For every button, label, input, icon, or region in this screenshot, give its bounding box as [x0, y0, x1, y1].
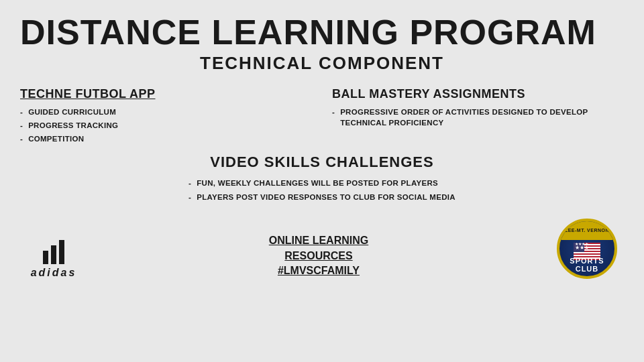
footer: adidas ONLINE LEARNING RESOURCES #lmvscf… — [20, 219, 624, 279]
techne-section: TECHNE FUTBOL APP GUIDED CURRICULUM PROG… — [20, 87, 312, 147]
svg-rect-5 — [574, 255, 600, 256]
techne-title: TECHNE FUTBOL APP — [20, 87, 312, 101]
svg-text:★★★★: ★★★★ — [575, 243, 588, 246]
club-logo-circle: Lee-Mt. Vernon ★★★ — [557, 219, 617, 279]
list-item: PROGRESS TRACKING — [20, 120, 312, 131]
list-item: PROGRESSIVE ORDER OF ACTIVITIES DESIGNED… — [332, 107, 624, 128]
video-bullets: FUN, WEEKLY CHALLENGES WILL BE POSTED FO… — [189, 178, 455, 204]
club-logo-top-text: Lee-Mt. Vernon — [564, 227, 610, 235]
adidas-logo: adidas — [27, 245, 80, 279]
video-title: VIDEO SKILLS CHALLENGES — [20, 154, 624, 171]
list-item: FUN, WEEKLY CHALLENGES WILL BE POSTED FO… — [189, 178, 455, 188]
club-logo-bottom: SPORTS CLUB — [559, 257, 614, 273]
hashtag: #lmvscfamily — [269, 263, 368, 278]
svg-rect-4 — [574, 252, 600, 253]
adidas-text: adidas — [31, 267, 77, 279]
club-logo-sc-text: SPORTS CLUB — [559, 257, 614, 273]
stripe-2 — [51, 245, 56, 264]
ball-mastery-title: BALL MASTERY ASSIGNMENTS — [332, 87, 624, 101]
list-item: GUIDED CURRICULUM — [20, 107, 312, 117]
list-item: COMPETITION — [20, 133, 312, 144]
club-logo-top: Lee-Mt. Vernon — [559, 221, 614, 241]
sub-title: TECHNICAL COMPONENT — [20, 53, 624, 74]
online-learning: ONLINE LEARNING RESOURCES #lmvscfamily — [269, 233, 368, 278]
online-learning-line1: ONLINE LEARNING — [269, 233, 368, 248]
ball-mastery-section: BALL MASTERY ASSIGNMENTS PROGRESSIVE ORD… — [332, 87, 624, 147]
adidas-stripes — [43, 240, 64, 264]
ball-mastery-list: PROGRESSIVE ORDER OF ACTIVITIES DESIGNED… — [332, 107, 624, 128]
stripe-1 — [43, 251, 48, 264]
main-title: DISTANCE LEARNING PROGRAM — [20, 13, 624, 52]
list-item: PLAYERS POST VIDEO RESPONSES TO CLUB FOR… — [189, 192, 455, 202]
video-section: VIDEO SKILLS CHALLENGES FUN, WEEKLY CHAL… — [20, 154, 624, 204]
content-grid: TECHNE FUTBOL APP GUIDED CURRICULUM PROG… — [20, 87, 624, 147]
club-logo: Lee-Mt. Vernon ★★★ — [557, 219, 617, 279]
techne-list: GUIDED CURRICULUM PROGRESS TRACKING COMP… — [20, 107, 312, 144]
stripe-3 — [59, 240, 64, 264]
online-learning-line2: RESOURCES — [269, 249, 368, 263]
main-page: DISTANCE LEARNING PROGRAM TECHNICAL COMP… — [0, 0, 644, 362]
